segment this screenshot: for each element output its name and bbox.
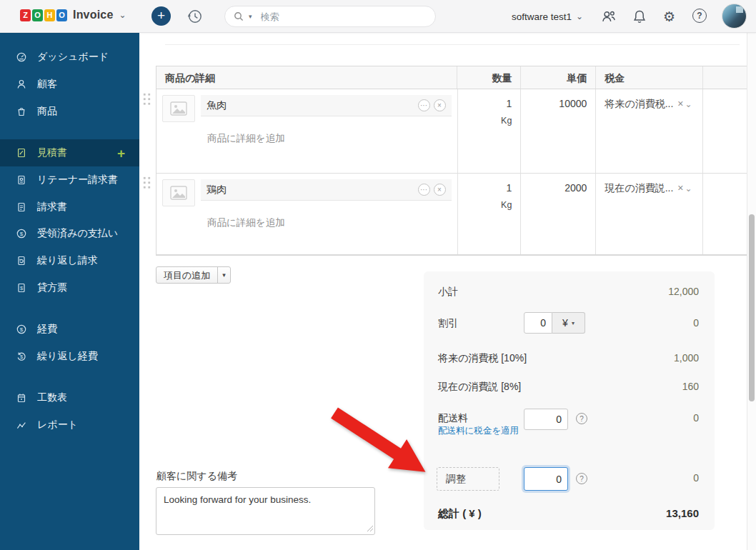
more-options-icon[interactable]: ··· bbox=[418, 99, 430, 111]
rate-value[interactable]: 2000 bbox=[521, 174, 596, 254]
retainer-invoice-icon bbox=[16, 174, 27, 186]
add-item-description-link[interactable]: 商品に詳細を追加 bbox=[207, 132, 452, 145]
recurring-invoice-icon bbox=[16, 255, 27, 266]
sidebar-item-reports[interactable]: レポート bbox=[0, 411, 139, 439]
annotation-arrow bbox=[307, 400, 436, 482]
tax-selection[interactable]: 将来の消費税... bbox=[605, 98, 673, 109]
table-row: 鶏肉 ··· × 商品に詳細を追加 1 Kg 2000 現在の消費説...×⌄ bbox=[156, 174, 756, 255]
customer-icon bbox=[16, 79, 27, 90]
tax2-label: 現在の消費説 [8%] bbox=[438, 381, 521, 394]
customer-notes-textarea[interactable]: Looking forward for your business. bbox=[156, 487, 375, 535]
sidebar-item-credit-notes[interactable]: $ 貸方票 bbox=[0, 274, 139, 301]
recent-history-icon[interactable] bbox=[186, 8, 204, 25]
shipping-label: 配送料 bbox=[438, 412, 468, 425]
logo-letter: H bbox=[44, 9, 55, 21]
sidebar-item-label: 請求書 bbox=[37, 201, 67, 214]
add-line-item-label: 項目の追加 bbox=[156, 267, 217, 283]
logo-letter: O bbox=[32, 9, 43, 21]
tax-dropdown-chevron-icon[interactable]: ⌄ bbox=[685, 99, 692, 109]
topbar: Z O H O Invoice ⌄ + ▾ software test1 ⌄ bbox=[0, 0, 756, 33]
users-icon[interactable] bbox=[601, 9, 616, 24]
search-bar[interactable]: ▾ bbox=[224, 6, 436, 27]
remove-row-icon[interactable]: × bbox=[434, 99, 446, 111]
tax-dropdown-chevron-icon[interactable]: ⌄ bbox=[685, 184, 692, 194]
customer-notes-label: 顧客に関する備考 bbox=[156, 470, 237, 483]
remove-tax-icon[interactable]: × bbox=[677, 182, 683, 194]
chevron-down-icon[interactable]: ⌄ bbox=[119, 10, 126, 20]
sidebar-item-label: 商品 bbox=[37, 105, 57, 118]
quantity-unit: Kg bbox=[458, 200, 512, 210]
header-tax: 税金 bbox=[596, 66, 703, 89]
logo-letter: Z bbox=[20, 9, 31, 21]
row-drag-handle[interactable] bbox=[141, 175, 151, 189]
item-name-field[interactable]: 鶏肉 ··· × bbox=[201, 179, 452, 201]
add-line-item-caret-icon[interactable]: ▾ bbox=[217, 267, 230, 283]
sidebar-item-estimates[interactable]: 見積書 + bbox=[0, 139, 139, 166]
sidebar-item-dashboard[interactable]: ダッシュボード bbox=[0, 44, 139, 71]
customer-notes-wrap: Looking forward for your business. bbox=[156, 487, 375, 535]
sidebar-item-label: 受領済みの支払い bbox=[37, 227, 118, 240]
plus-icon: + bbox=[157, 9, 165, 22]
table-row: 魚肉 ··· × 商品に詳細を追加 1 Kg 10000 将来の消費税...×⌄ bbox=[156, 89, 756, 174]
discount-input[interactable] bbox=[524, 312, 552, 334]
shipping-value: 0 bbox=[693, 412, 699, 424]
table-header-row: 商品の詳細 数量 単価 税金 bbox=[156, 66, 756, 89]
sidebar-item-label: 工数表 bbox=[37, 391, 67, 404]
sidebar-item-invoices[interactable]: 請求書 bbox=[0, 194, 139, 221]
tax-selection[interactable]: 現在の消費説... bbox=[605, 182, 673, 194]
quantity-value[interactable]: 1 bbox=[458, 182, 512, 194]
sidebar-item-customers[interactable]: 顧客 bbox=[0, 71, 139, 98]
reports-chart-icon bbox=[16, 419, 27, 431]
add-estimate-plus-icon[interactable]: + bbox=[117, 146, 125, 160]
item-image-placeholder[interactable] bbox=[162, 179, 195, 206]
item-image-placeholder[interactable] bbox=[162, 95, 195, 122]
sidebar-item-label: ダッシュボード bbox=[37, 51, 109, 64]
payment-icon: $ bbox=[16, 228, 27, 239]
remove-row-icon[interactable]: × bbox=[434, 184, 446, 196]
apply-tax-to-shipping-link[interactable]: 配送料に税金を適用 bbox=[438, 425, 519, 438]
notifications-bell-icon[interactable] bbox=[632, 9, 647, 24]
shipping-help-icon[interactable]: ? bbox=[576, 413, 587, 424]
chevron-down-icon: ⌄ bbox=[576, 11, 583, 21]
sidebar-item-expenses[interactable]: $ 経費 bbox=[0, 316, 139, 343]
quantity-value[interactable]: 1 bbox=[458, 98, 512, 109]
search-filter-caret-icon[interactable]: ▾ bbox=[249, 13, 252, 20]
tax1-label: 将来の消費税 [10%] bbox=[438, 352, 527, 365]
adjustment-help-icon[interactable]: ? bbox=[576, 473, 587, 484]
rate-value[interactable]: 10000 bbox=[521, 89, 596, 173]
zoho-invoice-logo[interactable]: Z O H O Invoice ⌄ bbox=[20, 9, 126, 21]
sidebar-item-label: 顧客 bbox=[37, 78, 57, 91]
sidebar-item-recurring-expenses[interactable]: $ 繰り返し経費 bbox=[0, 343, 139, 370]
help-icon[interactable]: ? bbox=[692, 9, 707, 23]
remove-tax-icon[interactable]: × bbox=[677, 98, 683, 109]
invoice-icon bbox=[16, 201, 27, 213]
row-drag-handle[interactable] bbox=[141, 91, 151, 105]
scrollbar-track[interactable] bbox=[747, 33, 756, 550]
sidebar-item-payments-received[interactable]: $ 受領済みの支払い bbox=[0, 220, 139, 247]
image-icon bbox=[170, 186, 187, 200]
sidebar-item-recurring-invoices[interactable]: 繰り返し請求 bbox=[0, 247, 139, 274]
quick-create-button[interactable]: + bbox=[151, 6, 171, 26]
sidebar-item-label: 繰り返し経費 bbox=[37, 350, 98, 363]
discount-input-group: ¥ ▾ bbox=[524, 312, 585, 334]
adjustment-label-editable[interactable]: 調整 bbox=[437, 467, 499, 491]
item-name-field[interactable]: 魚肉 ··· × bbox=[201, 95, 452, 116]
sidebar-item-label: 繰り返し請求 bbox=[37, 254, 98, 267]
user-avatar[interactable] bbox=[722, 4, 747, 29]
sidebar-item-label: 見積書 bbox=[37, 146, 67, 159]
sidebar-item-timesheet[interactable]: 工数表 bbox=[0, 384, 139, 411]
search-input[interactable] bbox=[259, 11, 402, 23]
subtotal-value: 12,000 bbox=[668, 286, 699, 297]
scrollbar-thumb[interactable] bbox=[749, 214, 755, 401]
sidebar-item-items[interactable]: 商品 bbox=[0, 98, 139, 125]
header-quantity: 数量 bbox=[457, 66, 521, 89]
add-item-description-link[interactable]: 商品に詳細を追加 bbox=[207, 216, 452, 229]
org-switcher[interactable]: software test1 ⌄ bbox=[512, 0, 583, 33]
settings-gear-icon[interactable]: ⚙ bbox=[663, 7, 675, 26]
more-options-icon[interactable]: ··· bbox=[418, 184, 430, 196]
shipping-input[interactable] bbox=[524, 409, 568, 430]
adjustment-input[interactable] bbox=[524, 467, 568, 491]
sidebar-item-retainer-invoices[interactable]: リテーナー請求書 bbox=[0, 166, 139, 194]
add-line-item-button[interactable]: 項目の追加 ▾ bbox=[156, 266, 231, 284]
discount-unit-dropdown[interactable]: ¥ ▾ bbox=[552, 312, 585, 334]
